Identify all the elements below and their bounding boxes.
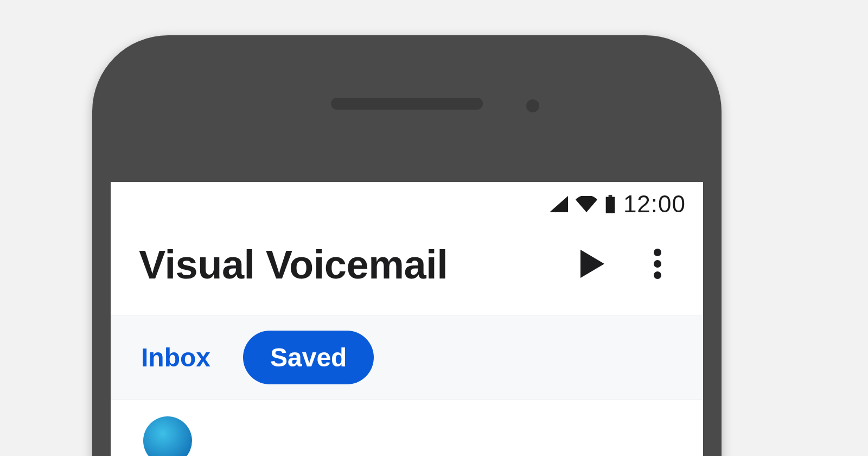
svg-point-4 (654, 249, 661, 256)
svg-point-5 (654, 260, 661, 268)
voicemail-list (111, 400, 703, 456)
status-time: 12:00 (623, 191, 686, 218)
cellular-signal-icon (550, 196, 568, 212)
app-bar: Visual Voicemail (111, 220, 703, 315)
play-all-button[interactable] (571, 243, 614, 287)
wifi-icon (576, 196, 597, 212)
more-options-button[interactable] (636, 243, 679, 287)
svg-rect-1 (609, 195, 612, 197)
phone-frame: 12:00 Visual Voicemail (92, 35, 722, 456)
svg-marker-3 (580, 250, 604, 278)
phone-screen: 12:00 Visual Voicemail (111, 182, 703, 456)
svg-rect-2 (606, 197, 615, 213)
app-title: Visual Voicemail (139, 242, 549, 288)
status-bar: 12:00 (111, 182, 703, 220)
phone-speaker (331, 98, 483, 110)
tab-inbox[interactable]: Inbox (141, 343, 210, 372)
play-icon (580, 250, 604, 280)
tab-saved[interactable]: Saved (243, 331, 374, 384)
more-vertical-icon (654, 249, 661, 281)
phone-camera (526, 99, 539, 112)
tab-strip: Inbox Saved (111, 315, 703, 400)
battery-icon (605, 195, 616, 213)
contact-avatar[interactable] (143, 416, 192, 456)
svg-point-6 (654, 271, 661, 279)
svg-marker-0 (550, 196, 568, 212)
